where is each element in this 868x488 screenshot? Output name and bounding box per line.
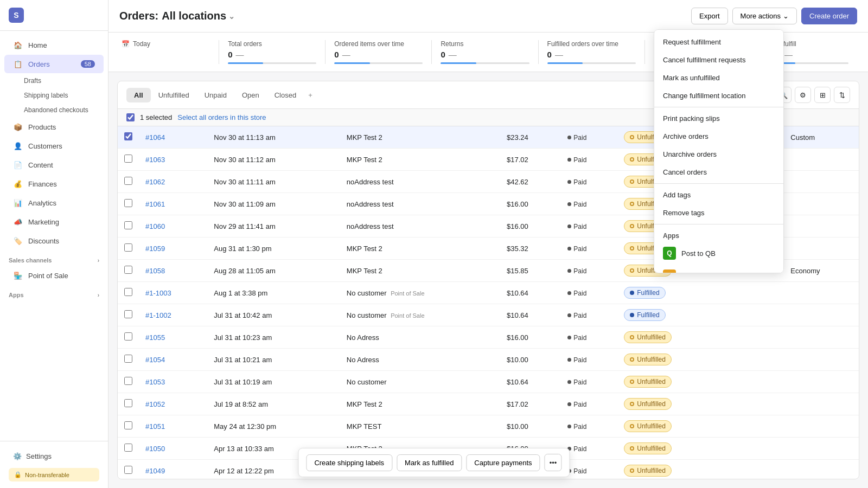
create-order-button[interactable]: Create order [801, 8, 857, 24]
tab-all[interactable]: All [126, 88, 151, 102]
more-actions-button[interactable]: More actions ⌄ [732, 8, 797, 24]
order-number[interactable]: #1051 [139, 415, 207, 438]
sidebar-item-abandoned-checkouts[interactable]: Abandoned checkouts [15, 103, 104, 117]
settings-item[interactable]: ⚙️ Settings [9, 448, 99, 465]
sidebar-item-content[interactable]: 📄 Content [4, 156, 104, 174]
row-checkbox[interactable] [124, 377, 132, 385]
dropdown-item[interactable]: Add tags [654, 186, 783, 204]
fulfillment-icon [630, 179, 634, 184]
order-date: Nov 30 at 11:12 am [207, 149, 340, 171]
row-checkbox[interactable] [124, 221, 132, 229]
order-number[interactable]: #1055 [139, 326, 207, 349]
dropdown-item[interactable]: Mark as unfulfilled [654, 69, 783, 87]
tab-unfulfilled[interactable]: Unfulfilled [151, 88, 197, 102]
order-date: Nov 29 at 11:41 am [207, 215, 340, 237]
row-checkbox[interactable] [124, 310, 132, 318]
order-number[interactable]: #1060 [139, 215, 207, 237]
row-checkbox-cell [118, 215, 139, 237]
filter-button[interactable]: ⚙ [795, 87, 811, 103]
sidebar-item-shipping-labels[interactable]: Shipping labels [15, 88, 104, 102]
sidebar-item-discounts[interactable]: 🏷️ Discounts [4, 232, 104, 250]
page-location[interactable]: All locations ⌄ [162, 10, 235, 22]
row-checkbox[interactable] [124, 266, 132, 274]
row-checkbox[interactable] [124, 288, 132, 296]
row-checkbox[interactable] [124, 155, 132, 163]
dropdown-item[interactable]: Archive orders [654, 127, 783, 145]
order-amount: $10.00 [500, 415, 561, 438]
row-checkbox[interactable] [124, 444, 132, 452]
order-customer: No Adress [340, 349, 500, 371]
row-checkbox[interactable] [124, 243, 132, 252]
columns-button[interactable]: ⊞ [814, 87, 831, 103]
row-checkbox-cell [118, 460, 139, 480]
selection-count: 1 selected [140, 113, 172, 121]
dropdown-divider [654, 224, 783, 224]
select-all-checkbox[interactable] [126, 113, 135, 121]
payment-dot [567, 402, 571, 406]
mark-as-fulfilled-button[interactable]: Mark as fulfilled [397, 454, 462, 471]
order-number[interactable]: #1049 [139, 460, 207, 480]
row-checkbox[interactable] [124, 332, 132, 341]
dropdown-item[interactable]: Remove tags [654, 204, 783, 222]
order-number[interactable]: #1064 [139, 126, 207, 149]
row-checkbox-cell [118, 149, 139, 171]
table-row: #1051 May 24 at 12:30 pm MKP TEST $10.00… [118, 415, 859, 438]
sidebar-item-home[interactable]: 🏠 Home [4, 36, 104, 54]
dropdown-item[interactable]: Request fulfillment [654, 33, 783, 51]
order-number[interactable]: #1050 [139, 438, 207, 460]
order-number[interactable]: #1062 [139, 171, 207, 193]
order-number[interactable]: #1053 [139, 371, 207, 393]
row-checkbox[interactable] [124, 355, 132, 363]
bottom-bar-more-button[interactable]: ••• [545, 454, 562, 471]
row-checkbox[interactable] [124, 177, 132, 185]
sort-button[interactable]: ⇅ [834, 87, 850, 103]
sidebar-item-marketing[interactable]: 📣 Marketing [4, 213, 104, 231]
dropdown-item[interactable]: Print packing slips [654, 110, 783, 127]
export-button[interactable]: Export [691, 8, 728, 24]
sidebar-item-finances[interactable]: 💰 Finances [4, 175, 104, 193]
tab-closed[interactable]: Closed [267, 88, 304, 102]
dropdown-item[interactable]: Change fulfillment location [654, 87, 783, 105]
order-number[interactable]: #1059 [139, 237, 207, 260]
row-checkbox[interactable] [124, 466, 132, 474]
order-number[interactable]: #1054 [139, 349, 207, 371]
dropdown-item[interactable]: Cancel fulfillment requests [654, 51, 783, 69]
payment-dot [567, 380, 571, 384]
order-date: Jul 31 at 10:21 am [207, 349, 340, 371]
row-checkbox[interactable] [124, 132, 132, 140]
order-number[interactable]: #1052 [139, 393, 207, 415]
tab-unpaid[interactable]: Unpaid [197, 88, 234, 102]
sales-channels-label: Sales channels [9, 257, 52, 264]
table-row: #1-1003 Aug 1 at 3:38 pm No customer Poi… [118, 282, 859, 304]
sidebar-item-customers[interactable]: 👤 Customers [4, 137, 104, 155]
order-number[interactable]: #1061 [139, 193, 207, 215]
sidebar-item-orders[interactable]: 📋 Orders 58 [4, 55, 104, 73]
order-payment: Paid [561, 237, 617, 260]
payment-dot [567, 313, 571, 317]
dropdown-item[interactable]: Cancel orders [654, 163, 783, 181]
fulfillment-icon [630, 268, 634, 273]
row-checkbox[interactable] [124, 399, 132, 407]
row-checkbox[interactable] [124, 421, 132, 429]
dropdown-app-item[interactable]: Q Post to QB [654, 242, 783, 265]
order-number[interactable]: #1-1002 [139, 304, 207, 326]
capture-payments-button[interactable]: Capture payments [466, 454, 540, 471]
select-all-link[interactable]: Select all orders in this store [177, 113, 266, 121]
row-checkbox[interactable] [124, 199, 132, 207]
order-number[interactable]: #1-1003 [139, 282, 207, 304]
sidebar-item-drafts[interactable]: Drafts [15, 74, 104, 88]
orders-subnav: Drafts Shipping labels Abandoned checkou… [15, 74, 108, 117]
create-shipping-labels-button[interactable]: Create shipping labels [306, 454, 392, 471]
sidebar-item-pos[interactable]: 🏪 Point of Sale [4, 266, 104, 285]
sidebar-item-analytics[interactable]: 📊 Analytics [4, 194, 104, 212]
sidebar-item-pos-label: Point of Sale [28, 272, 68, 280]
apps-section: Apps › [0, 285, 108, 300]
sidebar-item-products[interactable]: 📦 Products [4, 118, 104, 136]
order-number[interactable]: #1063 [139, 149, 207, 171]
tab-open[interactable]: Open [234, 88, 267, 102]
dropdown-app-item[interactable]: P Process Order(s) [654, 265, 783, 273]
order-number[interactable]: #1058 [139, 260, 207, 282]
dropdown-item[interactable]: Unarchive orders [654, 145, 783, 163]
order-items [724, 438, 784, 460]
tab-add-button[interactable]: + [304, 88, 317, 102]
